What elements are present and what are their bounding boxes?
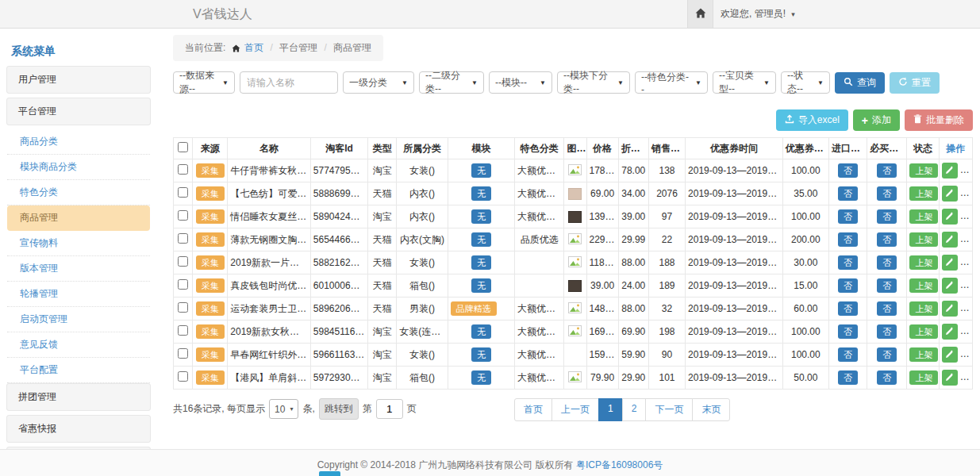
edit-button[interactable]: [942, 301, 958, 317]
filter-select[interactable]: --模块下分类--▼: [557, 71, 630, 94]
discount-price-cell: 59.90: [618, 344, 648, 367]
row-checkbox[interactable]: [178, 302, 188, 313]
sidebar-item[interactable]: 拼团管理: [6, 383, 151, 411]
row-checkbox[interactable]: [178, 279, 188, 290]
icp-link[interactable]: 粤ICP备16098006号: [576, 459, 663, 470]
imported-toggle[interactable]: 否: [838, 209, 858, 225]
row-checkbox[interactable]: [178, 348, 188, 359]
edit-button[interactable]: [942, 370, 958, 386]
name-search-input[interactable]: [240, 71, 338, 94]
edit-button[interactable]: [942, 347, 958, 363]
page-button[interactable]: 下一页: [645, 398, 693, 421]
page-size-select[interactable]: 10 ▾: [269, 399, 298, 419]
imported-toggle[interactable]: 否: [838, 370, 858, 386]
edit-button[interactable]: [942, 186, 958, 202]
row-checkbox[interactable]: [178, 233, 188, 244]
sidebar-item[interactable]: 商品管理: [7, 205, 150, 231]
taoke-id-cell: 589042420344: [310, 205, 367, 228]
status-badge[interactable]: 上架: [909, 255, 938, 271]
select-all-checkbox[interactable]: [178, 142, 188, 152]
filter-select[interactable]: --模块--▼: [489, 71, 552, 94]
sidebar-item[interactable]: 省惠快报: [6, 415, 151, 443]
row-checkbox[interactable]: [178, 256, 188, 267]
edit-button[interactable]: [942, 209, 958, 225]
sidebar-item[interactable]: 特色分类: [7, 180, 150, 205]
must-buy-toggle[interactable]: 否: [877, 301, 897, 317]
user-menu[interactable]: 欢迎您, 管理员! ▾: [721, 0, 795, 29]
status-badge[interactable]: 上架: [909, 301, 938, 317]
edit-button[interactable]: [942, 278, 958, 294]
sidebar-menu: 用户管理平台管理商品分类模块商品分类特色分类商品管理宣传物料版本管理轮播管理启动…: [6, 66, 151, 476]
status-badge[interactable]: 上架: [909, 186, 938, 202]
import-excel-button[interactable]: 导入excel: [776, 109, 848, 131]
source-cell: 采集: [193, 367, 228, 390]
filter-select[interactable]: --特色分类--▼: [635, 71, 708, 94]
must-buy-toggle[interactable]: 否: [877, 186, 897, 202]
edit-button[interactable]: [942, 163, 958, 178]
must-buy-toggle[interactable]: 否: [877, 347, 897, 363]
page-button[interactable]: 2: [622, 398, 647, 421]
status-badge[interactable]: 上架: [909, 278, 938, 294]
must-buy-toggle[interactable]: 否: [877, 232, 897, 248]
sidebar-item[interactable]: 意见反馈: [7, 332, 150, 358]
must-buy-toggle[interactable]: 否: [877, 324, 897, 340]
sidebar-item[interactable]: 版本管理: [7, 256, 150, 282]
row-checkbox-cell: [174, 182, 193, 205]
status-badge[interactable]: 上架: [909, 163, 938, 178]
imported-toggle[interactable]: 否: [838, 163, 858, 178]
imported-toggle[interactable]: 否: [838, 347, 858, 363]
status-badge[interactable]: 上架: [909, 232, 938, 248]
imported-toggle[interactable]: 否: [838, 186, 858, 202]
sidebar-item[interactable]: 平台配置: [7, 358, 150, 383]
sidebar-item[interactable]: 宣传物料: [7, 231, 150, 256]
add-button[interactable]: + 添加: [853, 109, 900, 131]
sidebar-item[interactable]: 用户管理: [6, 66, 151, 94]
edit-button[interactable]: [942, 255, 958, 271]
must-buy-toggle[interactable]: 否: [877, 163, 897, 178]
home-button[interactable]: [687, 0, 713, 28]
jump-button[interactable]: 跳转到: [319, 398, 359, 420]
imported-toggle[interactable]: 否: [838, 324, 858, 340]
sidebar-item[interactable]: 商品分类: [7, 129, 150, 155]
status-badge[interactable]: 上架: [909, 370, 938, 386]
row-checkbox[interactable]: [178, 325, 188, 336]
must-buy-toggle[interactable]: 否: [877, 209, 897, 225]
edit-button[interactable]: [942, 232, 958, 248]
filter-select[interactable]: --宝贝类型--▼: [713, 71, 776, 94]
status-badge[interactable]: 上架: [909, 347, 938, 363]
imported-toggle[interactable]: 否: [838, 278, 858, 294]
imported-toggle[interactable]: 否: [838, 301, 858, 317]
sidebar-item[interactable]: 模块商品分类: [7, 155, 150, 180]
reset-button[interactable]: 重置: [890, 72, 940, 94]
filter-select[interactable]: --数据来源--▼: [173, 71, 235, 94]
filter-select[interactable]: --状态--▼: [781, 71, 830, 94]
sidebar-item[interactable]: 平台管理: [6, 98, 151, 125]
sidebar-item[interactable]: 启动页管理: [7, 307, 150, 332]
must-buy-cell: 否: [867, 182, 907, 205]
filter-select[interactable]: 一级分类▼: [343, 71, 414, 94]
imported-toggle[interactable]: 否: [838, 255, 858, 271]
must-buy-toggle[interactable]: 否: [877, 370, 897, 386]
page-button[interactable]: 首页: [514, 398, 552, 421]
filter-select[interactable]: --二级分类--▼: [419, 71, 484, 94]
must-buy-cell: 否: [867, 367, 907, 390]
sidebar-item[interactable]: 轮播管理: [7, 282, 150, 307]
jump-page-input[interactable]: [376, 399, 403, 419]
row-checkbox[interactable]: [178, 371, 188, 382]
row-checkbox[interactable]: [178, 187, 188, 198]
status-badge[interactable]: 上架: [909, 324, 938, 340]
page-button[interactable]: 上一页: [551, 398, 599, 421]
name-cell: 【七色纺】可爱纯棉家...: [228, 182, 311, 205]
row-checkbox[interactable]: [178, 210, 188, 221]
edit-button[interactable]: [942, 324, 958, 340]
must-buy-toggle[interactable]: 否: [877, 278, 897, 294]
page-button[interactable]: 1: [598, 398, 623, 421]
page-button[interactable]: 末页: [692, 398, 730, 421]
imported-toggle[interactable]: 否: [838, 232, 858, 248]
breadcrumb-home-link[interactable]: 首页: [244, 42, 263, 53]
must-buy-toggle[interactable]: 否: [877, 255, 897, 271]
status-badge[interactable]: 上架: [909, 209, 938, 225]
row-checkbox[interactable]: [178, 164, 188, 175]
batch-delete-button[interactable]: 批量删除: [905, 109, 973, 131]
query-button[interactable]: 查询: [835, 72, 885, 94]
